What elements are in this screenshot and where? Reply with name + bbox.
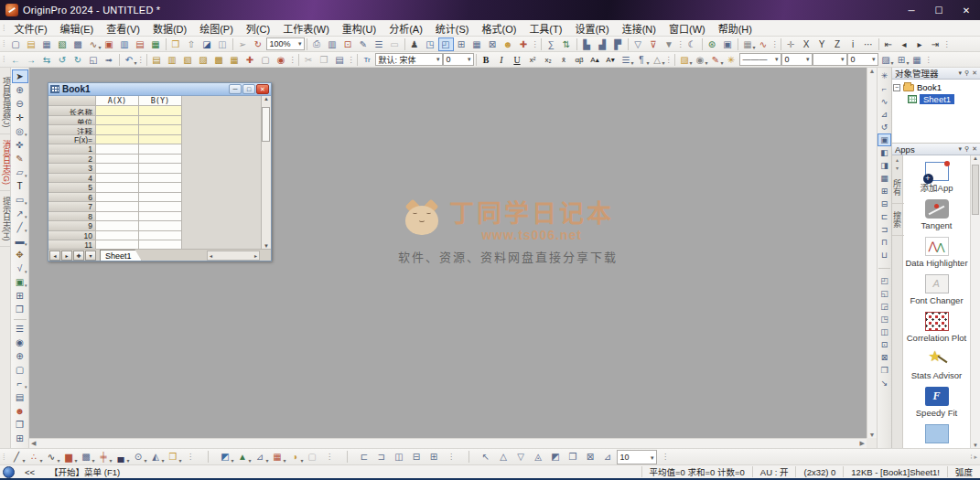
ternary-plot-icon[interactable]: ◭	[147, 450, 165, 464]
supersubscript-icon[interactable]: x̂	[556, 53, 572, 67]
app-font-changer[interactable]: Font Changer	[903, 274, 970, 305]
row-header[interactable]: 注释	[48, 125, 96, 135]
data-reader-tool-icon[interactable]: ✛	[12, 111, 28, 124]
new-folder-icon[interactable]: ▤	[24, 37, 39, 51]
format-menu-icon[interactable]: ☰	[372, 37, 387, 51]
sheet-props-icon[interactable]: ▦	[227, 53, 242, 67]
book1-vscroll-thumb[interactable]	[262, 107, 270, 142]
sheet-list-button[interactable]: ▾	[85, 251, 96, 261]
add-layer-icon[interactable]: ⊞	[425, 450, 443, 464]
menu-worksheet[interactable]: 工作表(W)	[276, 20, 336, 36]
tree-sheet1-label[interactable]: Sheet1	[920, 94, 954, 104]
column-header-a[interactable]: A(X)	[96, 96, 139, 106]
sort-icon[interactable]: ⇅	[559, 37, 575, 51]
capture-window-icon[interactable]: ◳	[423, 37, 438, 51]
tabs-scroll-down-icon[interactable]: ▾	[896, 164, 899, 172]
forward-icon[interactable]: →	[24, 53, 39, 67]
stats-row-icon[interactable]: ▟	[595, 37, 610, 51]
zoom-out-tool-icon[interactable]: ⊖	[12, 97, 28, 111]
cell-b[interactable]	[139, 202, 182, 212]
panel-close-icon[interactable]: ✕	[972, 145, 977, 153]
add-book-icon[interactable]: ▥	[165, 53, 180, 67]
window-split-icon[interactable]: ▦	[469, 37, 485, 51]
mask-points-icon[interactable]: ◬	[530, 450, 547, 464]
nav-next-icon[interactable]: ▸	[912, 37, 928, 51]
mark-size-combo[interactable]: 10	[617, 450, 657, 464]
menu-analysis[interactable]: 分析(A)	[382, 20, 429, 36]
print-icon[interactable]: ⎙	[309, 37, 325, 51]
mask-data-icon[interactable]: ✛	[783, 37, 799, 51]
panel-menu-icon[interactable]: ▾	[958, 69, 962, 77]
graph-new-layer-icon[interactable]: ▣	[878, 133, 891, 146]
reimport-icon[interactable]: ↻	[251, 37, 266, 51]
cell-a[interactable]	[96, 221, 139, 231]
nav-last-icon[interactable]: ⇥	[928, 37, 943, 51]
row-header[interactable]: 3	[48, 164, 96, 174]
undo-zoom-icon[interactable]: ↺	[55, 53, 70, 67]
row-header[interactable]: 4	[48, 174, 96, 184]
menu-column[interactable]: 列(C)	[240, 20, 276, 36]
pie-chart-icon[interactable]: ◑	[286, 450, 304, 464]
row-header[interactable]: 长名称	[48, 106, 96, 116]
graph-rotate-tool-icon[interactable]: ↺	[878, 121, 891, 133]
insert-graph-tool-icon[interactable]: ▣	[12, 275, 28, 289]
zoom-combo[interactable]: 100%	[266, 37, 305, 50]
ovf[interactable]: ⋮	[925, 53, 932, 67]
add-one-icon[interactable]: ✚	[516, 37, 532, 51]
graph-top-panel-icon[interactable]: ⊓	[878, 236, 891, 249]
sep[interactable]	[199, 450, 217, 464]
scroll-up-icon[interactable]: ▲	[264, 96, 269, 101]
sheet1-tab[interactable]: Sheet1	[100, 250, 142, 261]
decrease-font-icon[interactable]: A▾	[603, 53, 619, 67]
menu-edit[interactable]: 编辑(E)	[54, 20, 101, 36]
back-icon[interactable]: ←	[8, 53, 24, 67]
scatter-plot-icon[interactable]: ∴	[26, 450, 43, 464]
menu-connectivity[interactable]: 连接(N)	[616, 20, 662, 36]
new-3d-graph-icon[interactable]: ▣	[102, 37, 117, 51]
font-name-combo[interactable]: 默认: 宋体	[375, 53, 443, 66]
subscript-icon[interactable]: x₂	[541, 53, 556, 67]
cell-b[interactable]	[139, 240, 182, 249]
sheet-next-button[interactable]: ▸	[61, 251, 72, 261]
frame-tool-icon[interactable]: ⌐	[12, 377, 28, 390]
row-header[interactable]: F(x)=	[48, 135, 96, 145]
digitizer-icon[interactable]: ♟	[407, 37, 423, 51]
sum-icon[interactable]: ∑	[544, 37, 559, 51]
graph-add-layer-icon[interactable]: ⊞	[878, 185, 891, 197]
cell-a[interactable]	[96, 155, 139, 165]
layer-tool-icon[interactable]: ▤	[12, 390, 28, 404]
grid-tool-icon[interactable]: ⊞	[12, 432, 28, 445]
select-frame-tool-icon[interactable]: ▢	[12, 363, 28, 377]
graph-merge-icon[interactable]: ◰	[878, 274, 891, 287]
pan-tool-icon[interactable]: ✥	[12, 248, 28, 261]
panel-menu-icon[interactable]: ▾	[958, 145, 962, 153]
rectangle-tool-icon[interactable]: ▭	[12, 193, 28, 207]
theme-gallery-icon[interactable]: ▦	[740, 37, 756, 51]
new-project-icon[interactable]: ▢	[8, 37, 24, 51]
add-label-tool-icon[interactable]: ☻	[12, 404, 28, 418]
arrange-tool-icon[interactable]: ❐	[12, 418, 28, 432]
new-matrix-icon[interactable]: ▩	[70, 37, 86, 51]
cell-a[interactable]	[96, 174, 139, 184]
contour-plot-icon[interactable]: ▦	[269, 450, 286, 464]
rescale-icon[interactable]: ↖	[478, 450, 495, 464]
close-button[interactable]: ✕	[953, 0, 980, 20]
ovf[interactable]: ⋮	[182, 450, 199, 464]
nav-first-icon[interactable]: ⇤	[881, 37, 897, 51]
goto-icon[interactable]: ➟	[102, 53, 117, 67]
row-header[interactable]: 1	[48, 144, 96, 155]
ovf[interactable]: ⋮	[348, 53, 355, 67]
cell-b[interactable]	[139, 174, 182, 184]
menu-plot[interactable]: 绘图(P)	[193, 20, 240, 36]
cell-b[interactable]	[139, 125, 182, 135]
graph-resize-icon[interactable]: ↘	[878, 377, 891, 389]
underline-icon[interactable]: U	[510, 53, 525, 67]
graph-extract-layer-icon[interactable]: ◱	[878, 287, 891, 300]
copy-icon[interactable]: ❐	[317, 53, 332, 67]
cell-b[interactable]	[139, 116, 182, 126]
cell-a[interactable]	[96, 240, 139, 249]
cell-a[interactable]	[96, 116, 139, 126]
cell-a[interactable]	[96, 125, 139, 135]
filter-reapply-icon[interactable]: ▼	[662, 37, 677, 51]
workspace-horizontal-scrollbar[interactable]: ◀▶	[29, 438, 867, 448]
